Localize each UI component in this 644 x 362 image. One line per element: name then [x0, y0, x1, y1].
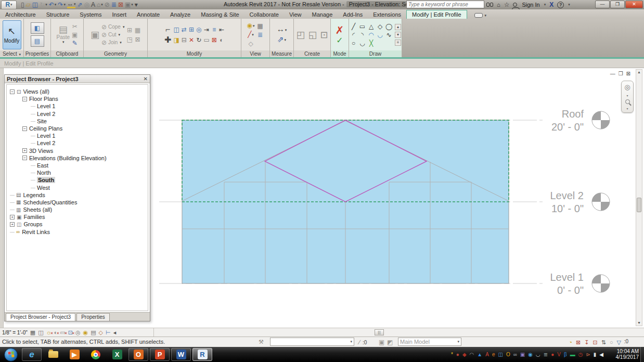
paint-icon[interactable]: ▣: [91, 30, 99, 40]
zoom-icon[interactable]: [625, 99, 630, 104]
tree-item-legends[interactable]: —▤Legends: [7, 191, 148, 199]
help-search-input[interactable]: [406, 1, 484, 8]
tab-insert[interactable]: Insert: [107, 10, 132, 19]
tree-item-level-2[interactable]: —Level 2: [7, 139, 148, 147]
help-dropdown-icon[interactable]: ▾: [568, 3, 570, 7]
cut-icon[interactable]: ✂: [72, 23, 78, 30]
zoom-dropdown-icon[interactable]: ▾: [626, 107, 628, 110]
collapse-icon[interactable]: −: [22, 126, 27, 131]
family-types-icon[interactable]: ▤: [31, 35, 44, 47]
active-workset-icon[interactable]: ◔: [569, 339, 572, 346]
bottom-tab-properties[interactable]: Properties: [76, 313, 110, 321]
tree-item-level-1[interactable]: —Level 1: [7, 102, 148, 110]
tray-icon-5[interactable]: ▲: [477, 352, 482, 358]
draw-rectangle-icon[interactable]: ▭: [359, 23, 365, 30]
tray-icon-8[interactable]: ◫: [498, 352, 503, 358]
worksets-icon[interactable]: ⚒: [259, 339, 264, 345]
draw-ellipse-icon[interactable]: ○: [352, 40, 355, 47]
draw-expand-icon[interactable]: ≡: [395, 40, 401, 46]
measure-icon[interactable]: ↔▾: [67, 1, 76, 8]
draw-circle-icon[interactable]: ◯: [385, 23, 392, 30]
excluded-elements-icon[interactable]: ⊡: [593, 339, 597, 346]
offset-icon[interactable]: ◨: [173, 36, 179, 44]
move-icon[interactable]: ✚: [164, 36, 171, 44]
press-drag-icon[interactable]: ⇅: [601, 339, 606, 346]
reveal-constraints-icon[interactable]: ⊢: [106, 329, 111, 336]
finish-edit-mode-icon[interactable]: ✓: [336, 37, 343, 44]
linework-icon[interactable]: ≣: [257, 31, 263, 38]
scroll-down-icon[interactable]: ▼: [637, 320, 641, 326]
cut-button[interactable]: ⊘Cut▾: [101, 31, 124, 38]
default-3d-view-icon[interactable]: ⌂▾: [97, 1, 103, 9]
vertical-scrollbar[interactable]: ▲ ▼: [636, 69, 642, 326]
split-face-icon[interactable]: ⊠: [135, 36, 140, 43]
tray-icon-16[interactable]: V: [557, 352, 561, 358]
draw-spline-icon[interactable]: ∿: [386, 31, 391, 38]
tree-item-schedules-quantities[interactable]: —▦Schedules/Quantities: [7, 199, 148, 206]
tray-icon-12[interactable]: ◉: [528, 352, 533, 358]
match-properties-icon[interactable]: ✎: [72, 40, 78, 47]
draw-partial-ellipse-icon[interactable]: ◡: [359, 40, 365, 47]
tab-extensions[interactable]: Extensions: [368, 10, 406, 19]
draw-arc-center-icon[interactable]: ◝: [361, 31, 364, 38]
taskbar-explorer-icon[interactable]: [43, 348, 63, 361]
temporary-hide-icon[interactable]: ◎: [75, 329, 81, 336]
taskbar-outlook-icon[interactable]: O: [128, 348, 148, 361]
tag-icon[interactable]: ◎: [84, 1, 89, 8]
tab-annotate[interactable]: Annotate: [132, 10, 165, 19]
taskbar-excel-icon[interactable]: X: [107, 348, 127, 361]
tray-icon-2[interactable]: ●: [456, 352, 459, 358]
create-similar-icon[interactable]: ◰: [296, 31, 305, 38]
scroll-up-icon[interactable]: ▲: [637, 70, 641, 75]
draw-scroll-up-icon[interactable]: ▴: [395, 24, 401, 30]
sync-central-icon[interactable]: ↻▾: [40, 1, 47, 9]
pin-icon[interactable]: ◎: [196, 26, 201, 33]
cope-button[interactable]: ⊘Cope▾: [101, 23, 124, 31]
tree-item-revit-links[interactable]: —∞Revit Links: [7, 228, 148, 236]
mirror-pick-icon[interactable]: ⇄: [182, 26, 187, 33]
tree-item-east[interactable]: —East: [7, 162, 148, 169]
view-minimize-icon[interactable]: —: [610, 71, 615, 76]
redo-icon[interactable]: ↷▾: [58, 1, 66, 9]
rotate-icon[interactable]: ↻: [196, 36, 201, 44]
tab-manage[interactable]: Manage: [307, 10, 338, 19]
taskbar-powerpoint-icon[interactable]: P: [150, 348, 170, 361]
customize-qat-icon[interactable]: ▾: [135, 1, 138, 8]
tray-icon-20[interactable]: ⊳: [586, 352, 590, 358]
tray-icon-3[interactable]: ◆: [462, 352, 467, 358]
measure-between-icon[interactable]: ↔▾: [277, 25, 287, 33]
split-icon[interactable]: ▭: [203, 36, 209, 44]
thin-lines-icon[interactable]: ≣: [111, 1, 117, 8]
tree-item-sheets-all-[interactable]: —▥Sheets (all): [7, 206, 148, 213]
properties-palette-icon[interactable]: ◧: [31, 22, 44, 34]
tray-icon-7[interactable]: e: [492, 352, 495, 358]
tab-architecture[interactable]: Architecture: [0, 10, 41, 19]
reveal-hidden-icon[interactable]: ◉▾: [247, 22, 255, 30]
design-options-icon[interactable]: ▣: [379, 339, 384, 346]
join-button[interactable]: ⊘Join▾: [101, 39, 124, 46]
close-button[interactable]: ✕: [625, 1, 643, 8]
taskbar-media-icon[interactable]: ▶: [65, 348, 84, 361]
tray-icon-10[interactable]: ∞: [513, 352, 517, 358]
tray-icon-9[interactable]: O: [506, 352, 510, 358]
favorites-icon[interactable]: ☆: [504, 1, 510, 8]
cut-profile-icon[interactable]: ╱▾: [248, 31, 254, 38]
tree-item-north[interactable]: —North: [7, 169, 148, 176]
draw-arc-fillet-icon[interactable]: ◡: [377, 31, 382, 38]
expand-icon[interactable]: +: [10, 222, 15, 227]
taskbar-word-icon[interactable]: W: [171, 348, 191, 361]
panel-label-select[interactable]: Select ▾: [0, 50, 23, 57]
beam-join-icon[interactable]: ⊞: [126, 27, 132, 34]
tray-icon-15[interactable]: ●: [551, 352, 554, 358]
tree-item-level-2[interactable]: —Level 2: [7, 110, 148, 118]
app-menu-button[interactable]: R▾: [1, 1, 17, 9]
view-close-icon[interactable]: ⊠: [626, 71, 630, 76]
tab-massing-site[interactable]: Massing & Site: [196, 10, 244, 19]
ribbon-display-toggle[interactable]: ▾: [474, 13, 487, 19]
tree-item-families[interactable]: +▣Families: [7, 213, 148, 221]
draw-polygon-circumscribed-icon[interactable]: ◇: [378, 23, 382, 30]
shadows-icon[interactable]: ◐✕: [54, 329, 58, 336]
steering-wheel-icon[interactable]: ◎: [624, 83, 630, 91]
design-options-pick-icon[interactable]: ◩: [387, 339, 393, 346]
temporary-view-properties-icon[interactable]: ▤: [91, 329, 96, 336]
